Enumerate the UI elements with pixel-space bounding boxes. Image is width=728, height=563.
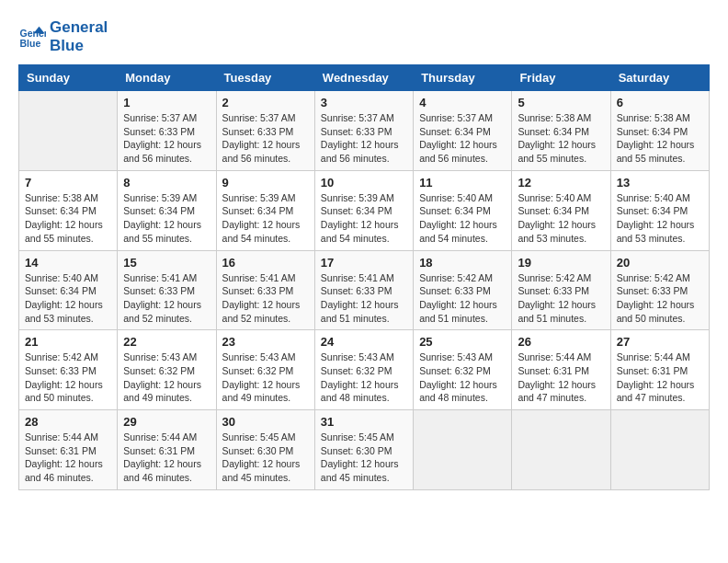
- day-info: Sunrise: 5:41 AM Sunset: 6:33 PM Dayligh…: [123, 271, 210, 326]
- calendar-cell: 18Sunrise: 5:42 AM Sunset: 6:33 PM Dayli…: [414, 250, 512, 330]
- calendar-cell: 22Sunrise: 5:43 AM Sunset: 6:32 PM Dayli…: [118, 330, 216, 410]
- svg-text:Blue: Blue: [20, 38, 41, 49]
- day-number: 24: [321, 335, 407, 349]
- calendar-cell: 24Sunrise: 5:43 AM Sunset: 6:32 PM Dayli…: [314, 330, 413, 410]
- calendar-cell: 11Sunrise: 5:40 AM Sunset: 6:34 PM Dayli…: [414, 170, 512, 250]
- day-number: 18: [419, 256, 506, 270]
- day-number: 17: [321, 256, 407, 270]
- day-info: Sunrise: 5:38 AM Sunset: 6:34 PM Dayligh…: [518, 111, 604, 166]
- calendar-cell: 13Sunrise: 5:40 AM Sunset: 6:34 PM Dayli…: [610, 170, 709, 250]
- calendar-cell: 20Sunrise: 5:42 AM Sunset: 6:33 PM Dayli…: [610, 250, 709, 330]
- day-info: Sunrise: 5:43 AM Sunset: 6:32 PM Dayligh…: [321, 350, 407, 405]
- calendar-cell: 7Sunrise: 5:38 AM Sunset: 6:34 PM Daylig…: [19, 170, 118, 250]
- day-number: 13: [617, 176, 703, 190]
- day-info: Sunrise: 5:45 AM Sunset: 6:30 PM Dayligh…: [222, 431, 309, 485]
- day-number: 21: [25, 335, 111, 349]
- logo-general: General: [50, 18, 108, 37]
- day-number: 29: [123, 415, 210, 429]
- column-header-monday: Monday: [118, 65, 216, 91]
- day-info: Sunrise: 5:39 AM Sunset: 6:34 PM Dayligh…: [123, 191, 210, 246]
- column-header-friday: Friday: [512, 65, 610, 91]
- day-info: Sunrise: 5:39 AM Sunset: 6:34 PM Dayligh…: [222, 191, 309, 246]
- day-number: 27: [617, 335, 703, 349]
- calendar-week-4: 21Sunrise: 5:42 AM Sunset: 6:33 PM Dayli…: [19, 330, 710, 410]
- day-number: 16: [222, 256, 309, 270]
- day-info: Sunrise: 5:40 AM Sunset: 6:34 PM Dayligh…: [25, 271, 111, 326]
- day-info: Sunrise: 5:37 AM Sunset: 6:34 PM Dayligh…: [419, 111, 506, 166]
- calendar-cell: 9Sunrise: 5:39 AM Sunset: 6:34 PM Daylig…: [216, 170, 314, 250]
- calendar-cell: 21Sunrise: 5:42 AM Sunset: 6:33 PM Dayli…: [19, 330, 118, 410]
- calendar-cell: 29Sunrise: 5:44 AM Sunset: 6:31 PM Dayli…: [118, 410, 216, 490]
- day-number: 19: [518, 256, 604, 270]
- day-number: 1: [123, 96, 210, 109]
- day-number: 22: [123, 335, 210, 349]
- calendar-cell: 10Sunrise: 5:39 AM Sunset: 6:34 PM Dayli…: [314, 170, 413, 250]
- day-info: Sunrise: 5:39 AM Sunset: 6:34 PM Dayligh…: [321, 191, 407, 246]
- day-info: Sunrise: 5:42 AM Sunset: 6:33 PM Dayligh…: [419, 271, 506, 326]
- day-number: 9: [222, 176, 309, 190]
- logo-blue: Blue: [50, 37, 108, 55]
- day-info: Sunrise: 5:40 AM Sunset: 6:34 PM Dayligh…: [518, 191, 604, 246]
- calendar-cell: [512, 410, 610, 490]
- column-header-tuesday: Tuesday: [216, 65, 314, 91]
- column-header-sunday: Sunday: [19, 65, 118, 91]
- day-info: Sunrise: 5:37 AM Sunset: 6:33 PM Dayligh…: [123, 111, 210, 166]
- day-number: 8: [123, 176, 210, 190]
- header-row: SundayMondayTuesdayWednesdayThursdayFrid…: [19, 65, 710, 91]
- calendar-cell: 5Sunrise: 5:38 AM Sunset: 6:34 PM Daylig…: [512, 91, 610, 171]
- day-info: Sunrise: 5:42 AM Sunset: 6:33 PM Dayligh…: [25, 350, 111, 405]
- calendar-cell: [19, 91, 118, 171]
- calendar-table: SundayMondayTuesdayWednesdayThursdayFrid…: [18, 64, 710, 490]
- page-header: General Blue General Blue: [18, 18, 710, 55]
- day-info: Sunrise: 5:44 AM Sunset: 6:31 PM Dayligh…: [25, 431, 111, 485]
- day-info: Sunrise: 5:41 AM Sunset: 6:33 PM Dayligh…: [321, 271, 407, 326]
- day-info: Sunrise: 5:37 AM Sunset: 6:33 PM Dayligh…: [321, 111, 407, 166]
- day-number: 25: [419, 335, 506, 349]
- calendar-cell: 16Sunrise: 5:41 AM Sunset: 6:33 PM Dayli…: [216, 250, 314, 330]
- day-info: Sunrise: 5:44 AM Sunset: 6:31 PM Dayligh…: [123, 431, 210, 485]
- day-number: 26: [518, 335, 604, 349]
- day-number: 11: [419, 176, 506, 190]
- calendar-cell: 26Sunrise: 5:44 AM Sunset: 6:31 PM Dayli…: [512, 330, 610, 410]
- calendar-cell: 23Sunrise: 5:43 AM Sunset: 6:32 PM Dayli…: [216, 330, 314, 410]
- day-info: Sunrise: 5:43 AM Sunset: 6:32 PM Dayligh…: [419, 350, 506, 405]
- day-info: Sunrise: 5:43 AM Sunset: 6:32 PM Dayligh…: [222, 350, 309, 405]
- day-info: Sunrise: 5:38 AM Sunset: 6:34 PM Dayligh…: [25, 191, 111, 246]
- day-info: Sunrise: 5:43 AM Sunset: 6:32 PM Dayligh…: [123, 350, 210, 405]
- calendar-cell: 14Sunrise: 5:40 AM Sunset: 6:34 PM Dayli…: [19, 250, 118, 330]
- calendar-cell: 4Sunrise: 5:37 AM Sunset: 6:34 PM Daylig…: [414, 91, 512, 171]
- calendar-cell: 8Sunrise: 5:39 AM Sunset: 6:34 PM Daylig…: [118, 170, 216, 250]
- calendar-week-1: 1Sunrise: 5:37 AM Sunset: 6:33 PM Daylig…: [19, 91, 710, 171]
- day-info: Sunrise: 5:45 AM Sunset: 6:30 PM Dayligh…: [321, 431, 407, 485]
- day-info: Sunrise: 5:37 AM Sunset: 6:33 PM Dayligh…: [222, 111, 309, 166]
- calendar-cell: 2Sunrise: 5:37 AM Sunset: 6:33 PM Daylig…: [216, 91, 314, 171]
- calendar-week-5: 28Sunrise: 5:44 AM Sunset: 6:31 PM Dayli…: [19, 410, 710, 490]
- day-number: 31: [321, 415, 407, 429]
- calendar-cell: 19Sunrise: 5:42 AM Sunset: 6:33 PM Dayli…: [512, 250, 610, 330]
- calendar-cell: 12Sunrise: 5:40 AM Sunset: 6:34 PM Dayli…: [512, 170, 610, 250]
- day-number: 28: [25, 415, 111, 429]
- calendar-cell: 25Sunrise: 5:43 AM Sunset: 6:32 PM Dayli…: [414, 330, 512, 410]
- calendar-week-3: 14Sunrise: 5:40 AM Sunset: 6:34 PM Dayli…: [19, 250, 710, 330]
- day-number: 15: [123, 256, 210, 270]
- day-number: 20: [617, 256, 703, 270]
- day-info: Sunrise: 5:40 AM Sunset: 6:34 PM Dayligh…: [617, 191, 703, 246]
- calendar-cell: 17Sunrise: 5:41 AM Sunset: 6:33 PM Dayli…: [314, 250, 413, 330]
- column-header-thursday: Thursday: [414, 65, 512, 91]
- calendar-cell: 6Sunrise: 5:38 AM Sunset: 6:34 PM Daylig…: [610, 91, 709, 171]
- logo-icon: General Blue: [18, 23, 46, 51]
- day-number: 5: [518, 96, 604, 109]
- day-number: 23: [222, 335, 309, 349]
- day-info: Sunrise: 5:41 AM Sunset: 6:33 PM Dayligh…: [222, 271, 309, 326]
- day-number: 3: [321, 96, 407, 109]
- calendar-cell: 3Sunrise: 5:37 AM Sunset: 6:33 PM Daylig…: [314, 91, 413, 171]
- day-number: 14: [25, 256, 111, 270]
- day-number: 6: [617, 96, 703, 109]
- day-number: 12: [518, 176, 604, 190]
- day-info: Sunrise: 5:38 AM Sunset: 6:34 PM Dayligh…: [617, 111, 703, 166]
- day-number: 10: [321, 176, 407, 190]
- day-number: 30: [222, 415, 309, 429]
- calendar-cell: 15Sunrise: 5:41 AM Sunset: 6:33 PM Dayli…: [118, 250, 216, 330]
- day-number: 4: [419, 96, 506, 109]
- day-info: Sunrise: 5:40 AM Sunset: 6:34 PM Dayligh…: [419, 191, 506, 246]
